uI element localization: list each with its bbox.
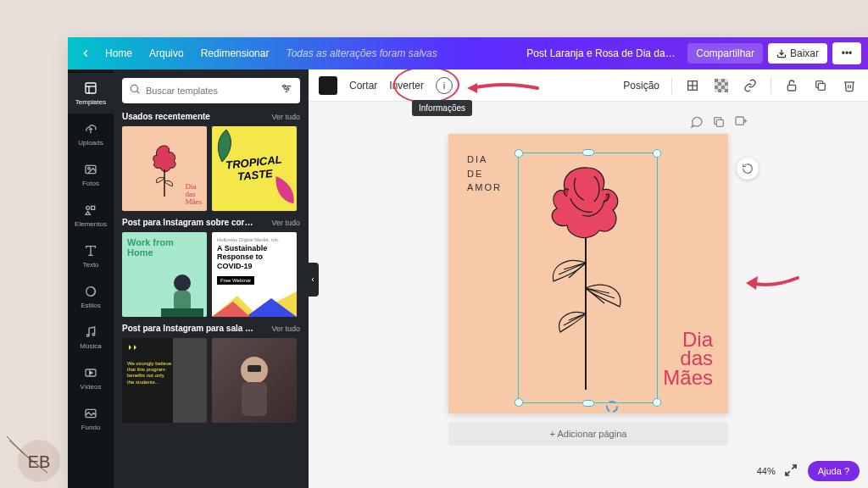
rail-uploads[interactable]: Uploads — [68, 114, 114, 154]
share-button[interactable]: Compartilhar — [687, 43, 763, 64]
svg-line-21 — [137, 92, 140, 94]
more-button[interactable]: ••• — [832, 42, 861, 64]
rail-label: Elementos — [75, 220, 107, 228]
invert-button[interactable]: Inverter — [389, 80, 424, 92]
expand-icon[interactable] — [784, 463, 799, 479]
template-thumb[interactable]: Holloway Digital Media, Inc. A Sustainab… — [212, 232, 297, 317]
templates-icon — [83, 80, 98, 96]
rotate-button[interactable] — [737, 158, 759, 180]
rail-music[interactable]: Música — [68, 317, 114, 358]
svg-rect-47 — [725, 89, 728, 92]
svg-rect-29 — [161, 308, 203, 317]
svg-point-27 — [174, 274, 191, 291]
svg-rect-51 — [716, 119, 723, 126]
home-link[interactable]: Home — [97, 47, 141, 59]
svg-point-25 — [283, 85, 286, 87]
resize-handle[interactable] — [653, 398, 661, 407]
annotation-arrow-2 — [743, 271, 802, 297]
top-bar: Home Arquivo Redimensionar Todas as alte… — [68, 37, 868, 69]
download-button[interactable]: Baixar — [768, 43, 827, 64]
design-canvas[interactable]: DIA DE AMOR — [448, 134, 728, 413]
duplicate-icon[interactable] — [812, 77, 829, 94]
transparency-icon[interactable] — [684, 77, 701, 94]
app-window: Home Arquivo Redimensionar Todas as alte… — [68, 37, 868, 488]
canvas-area: Cortar Inverter i Posição Informações — [309, 69, 868, 488]
template-thumb[interactable] — [212, 338, 297, 423]
add-page-button[interactable]: + Adicionar página — [448, 422, 728, 446]
resize-handle[interactable] — [582, 400, 594, 407]
comment-icon[interactable] — [690, 115, 705, 130]
position-button[interactable]: Posição — [623, 80, 659, 92]
rail-styles[interactable]: Estilos — [68, 276, 114, 317]
see-all-link[interactable]: Ver tudo — [271, 324, 300, 333]
rail-label: Fotos — [82, 180, 99, 187]
search-icon — [129, 83, 141, 98]
resize-handle[interactable] — [515, 398, 523, 407]
rail-label: Música — [80, 342, 101, 350]
help-button[interactable]: Ajuda ? — [808, 461, 860, 481]
svg-point-9 — [86, 206, 90, 209]
see-all-link[interactable]: Ver tudo — [271, 219, 300, 227]
resize-handle[interactable] — [582, 149, 594, 156]
color-swatch[interactable] — [319, 76, 337, 95]
info-button[interactable]: i — [436, 77, 453, 94]
section-corona: Post para Instagram sobre corona... Ver … — [122, 218, 300, 317]
trash-icon[interactable] — [841, 77, 858, 94]
music-icon — [83, 324, 98, 340]
search-bar[interactable] — [122, 78, 300, 103]
see-all-link[interactable]: Ver tudo — [271, 113, 300, 121]
template-thumb[interactable]: Work from Home — [122, 232, 207, 317]
design-script-text[interactable]: Dia das Mães — [663, 330, 713, 388]
resize-handle[interactable] — [515, 149, 523, 158]
svg-rect-3 — [86, 83, 96, 93]
zoom-level[interactable]: 44% — [757, 466, 776, 476]
bottom-bar: 44% Ajuda ? — [757, 461, 860, 481]
rail-label: Templates — [75, 98, 106, 106]
rail-background[interactable]: Fundo — [68, 398, 114, 439]
template-thumb[interactable]: We strongly believethat this programbene… — [122, 338, 207, 423]
resize-handle[interactable] — [653, 149, 661, 158]
svg-point-15 — [86, 335, 89, 337]
svg-rect-41 — [721, 79, 725, 82]
download-label: Baixar — [790, 47, 819, 59]
rail-templates[interactable]: Templates — [68, 73, 114, 114]
collapse-panel-button[interactable] — [307, 263, 319, 297]
section-title: Post para Instagram sobre corona... — [122, 218, 258, 227]
file-menu[interactable]: Arquivo — [141, 47, 192, 59]
filter-icon[interactable] — [280, 82, 293, 99]
add-page-icon[interactable] — [734, 115, 749, 130]
text-icon — [83, 243, 98, 258]
rail-text[interactable]: Texto — [68, 236, 114, 276]
rail-label: Estilos — [81, 302, 101, 309]
rail-videos[interactable]: Vídeos — [68, 358, 114, 398]
design-heading[interactable]: DIA DE AMOR — [467, 152, 502, 195]
lock-icon[interactable] — [783, 77, 800, 94]
link-icon[interactable] — [742, 77, 759, 94]
elements-icon — [83, 202, 98, 218]
search-input[interactable] — [146, 86, 275, 96]
document-title[interactable]: Post Laranja e Rosa de Dia das Mães para… — [518, 47, 687, 59]
rail-elements[interactable]: Elementos — [68, 195, 114, 236]
rail-label: Fundo — [81, 424, 101, 431]
crop-button[interactable]: Cortar — [349, 80, 377, 92]
side-rail: Templates Uploads Fotos Elementos Texto … — [68, 69, 114, 488]
svg-rect-43 — [725, 82, 728, 86]
svg-point-16 — [92, 333, 95, 336]
canvas-stage[interactable]: DIA DE AMOR — [309, 102, 868, 488]
checker-icon[interactable] — [713, 77, 730, 94]
videos-icon — [83, 365, 98, 380]
background-icon — [83, 406, 98, 421]
template-thumb[interactable]: Dia das Mães — [122, 126, 207, 211]
svg-rect-49 — [818, 83, 825, 90]
resize-menu[interactable]: Redimensionar — [192, 47, 278, 59]
svg-rect-48 — [787, 85, 795, 91]
selection-box[interactable] — [518, 152, 658, 403]
duplicate-page-icon[interactable] — [712, 115, 727, 130]
rail-photos[interactable]: Fotos — [68, 154, 114, 195]
svg-marker-55 — [746, 276, 758, 290]
svg-rect-35 — [248, 365, 261, 372]
rail-label: Vídeos — [81, 383, 102, 391]
template-thumb[interactable]: TROPICAL TASTE — [212, 126, 297, 211]
svg-rect-40 — [715, 79, 718, 82]
back-button[interactable] — [75, 42, 97, 64]
